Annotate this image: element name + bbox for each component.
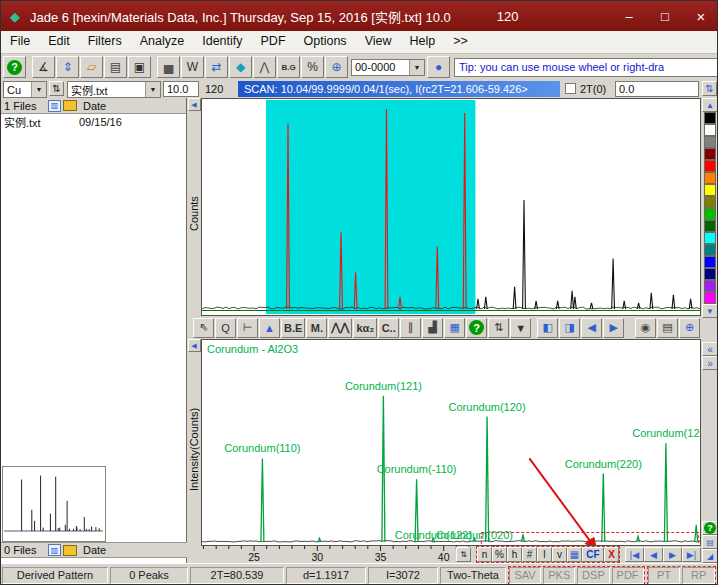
layout-icon[interactable]: ▤ xyxy=(702,535,718,549)
axis-spinner[interactable]: ⇅ xyxy=(456,547,471,562)
palette-color-2[interactable] xyxy=(704,124,716,136)
tile-windows-icon[interactable]: ◧ xyxy=(537,318,558,338)
list-view-icon[interactable]: ▥ xyxy=(48,544,61,556)
preview-icon[interactable]: ◉ xyxy=(635,318,656,338)
find-peaks-icon[interactable]: ⋀ xyxy=(253,56,276,78)
histogram-icon[interactable]: ▟ xyxy=(422,318,443,338)
overlay-chart[interactable]: Corundum(110)Corundum(121)Corundum(-110)… xyxy=(201,339,701,546)
last-record-button[interactable]: ▶| xyxy=(682,547,701,562)
folder-icon[interactable] xyxy=(63,545,77,556)
anode-spinner[interactable]: ⇅ xyxy=(49,81,64,96)
palette-color-10[interactable] xyxy=(704,220,716,232)
flag-sav[interactable]: SAV xyxy=(509,567,541,584)
background-edit-icon[interactable]: B.E xyxy=(281,318,305,338)
menu-options[interactable]: Options xyxy=(295,31,356,53)
date-column-header[interactable]: Date xyxy=(83,100,106,112)
palette-color-12[interactable] xyxy=(704,244,716,256)
palette-color-4[interactable] xyxy=(704,148,716,160)
flag-pt[interactable]: PT xyxy=(648,567,681,584)
display-toggle-hash[interactable]: # xyxy=(522,547,537,562)
smooth-icon[interactable]: M. xyxy=(306,318,327,338)
file-combo[interactable]: 实例.txt ▼ xyxy=(67,81,161,98)
menu-file[interactable]: File xyxy=(1,31,39,53)
flag-pdf[interactable]: PDF xyxy=(612,567,644,584)
menu-filters[interactable]: Filters xyxy=(79,31,131,53)
sort-updown-icon[interactable]: ⇕ xyxy=(56,56,79,78)
menu-view[interactable]: View xyxy=(356,31,401,53)
menu-more[interactable]: >> xyxy=(444,31,477,53)
pdf-card-icon[interactable]: ▦ xyxy=(567,547,582,562)
cascade-windows-icon[interactable]: ◨ xyxy=(559,318,580,338)
list-view-icon[interactable]: ▥ xyxy=(48,100,61,112)
chevron-down-icon[interactable]: ▼ xyxy=(145,82,160,97)
palette-color-13[interactable] xyxy=(704,256,716,268)
close-button[interactable]: × xyxy=(683,1,718,31)
palette-color-5[interactable] xyxy=(704,160,716,172)
menu-pdf[interactable]: PDF xyxy=(252,31,295,53)
range-icon[interactable]: ⊢ xyxy=(237,318,258,338)
sticks-icon[interactable]: ∥ xyxy=(400,318,421,338)
palette-color-14[interactable] xyxy=(704,268,716,280)
minimize-button[interactable]: – xyxy=(611,1,647,31)
overlay-mountains-icon[interactable]: ▲ xyxy=(259,318,280,338)
palette-color-9[interactable] xyxy=(704,208,716,220)
open-file-icon[interactable]: ▱ xyxy=(80,56,103,78)
start-angle-field[interactable]: 10.0 xyxy=(163,81,199,97)
date-column-header[interactable]: Date xyxy=(83,544,106,556)
background-icon[interactable]: B.G xyxy=(277,56,300,78)
scan-chart[interactable] xyxy=(201,98,701,316)
offset-spinner[interactable]: ⇅ xyxy=(702,81,717,96)
palette-scroll-down-icon[interactable]: ▼ xyxy=(702,304,718,318)
filter-w-icon[interactable]: W xyxy=(181,56,204,78)
ka2-strip-icon[interactable]: kα₂ xyxy=(353,318,377,338)
report-icon[interactable]: ▤ xyxy=(657,318,678,338)
pan-right-icon[interactable]: » xyxy=(702,356,718,370)
collapse-left-icon[interactable]: ◀ xyxy=(188,98,201,111)
chevron-down-icon[interactable]: ▼ xyxy=(409,60,424,75)
scan-setup-icon[interactable]: ∡ xyxy=(32,56,55,78)
close-overlay-button[interactable]: X xyxy=(604,547,619,562)
display-mode-dropdown[interactable]: ▼ xyxy=(510,318,531,338)
palette-color-1[interactable] xyxy=(704,112,716,124)
palette-color-3[interactable] xyxy=(704,136,716,148)
corner-resize-icon[interactable]: ◢ xyxy=(702,549,718,563)
help-small-icon[interactable]: ? xyxy=(702,521,718,535)
palette-color-8[interactable] xyxy=(704,196,716,208)
flag-pks[interactable]: PKS xyxy=(543,567,575,584)
menu-edit[interactable]: Edit xyxy=(39,31,79,53)
pattern-chart-icon[interactable]: ▅ xyxy=(157,56,180,78)
two-theta-zero-checkbox[interactable] xyxy=(565,83,576,94)
palette-color-6[interactable] xyxy=(704,172,716,184)
first-record-button[interactable]: |◀ xyxy=(625,547,644,562)
previous-record-button[interactable]: ◀ xyxy=(644,547,663,562)
profile-fit-icon[interactable]: ⋀⋀ xyxy=(328,318,352,338)
next-record-button[interactable]: ▶ xyxy=(663,547,682,562)
pointer-icon[interactable]: ⇖ xyxy=(193,318,214,338)
flag-dsp[interactable]: DSP xyxy=(577,567,609,584)
folder-icon[interactable] xyxy=(63,100,77,111)
display-toggle-v[interactable]: v xyxy=(552,547,567,562)
overlay-diamond-icon[interactable]: ◆ xyxy=(229,56,252,78)
globe-icon[interactable]: ⊕ xyxy=(325,56,348,78)
palette-color-7[interactable] xyxy=(704,184,716,196)
cf-button[interactable]: CF xyxy=(582,547,604,562)
collapse-left-icon[interactable]: ◀ xyxy=(188,339,201,352)
web-icon[interactable]: ⊕ xyxy=(679,318,700,338)
print-icon[interactable]: ▤ xyxy=(104,56,127,78)
sq-percent-icon[interactable]: % xyxy=(301,56,324,78)
anode-combo[interactable]: Cu ▼ xyxy=(3,81,47,98)
palette-color-11[interactable] xyxy=(704,232,716,244)
menu-identify[interactable]: Identify xyxy=(193,31,251,53)
compute-icon[interactable]: C.. xyxy=(378,318,399,338)
zoom-icon[interactable]: Q xyxy=(215,318,236,338)
grid-icon[interactable]: ▦ xyxy=(444,318,465,338)
two-theta-zero-field[interactable]: 0.0 xyxy=(615,81,699,97)
menu-help[interactable]: Help xyxy=(401,31,445,53)
pattern-thumbnail[interactable] xyxy=(2,466,106,542)
retrieve-pdf-icon[interactable]: ● xyxy=(427,56,450,78)
display-toggle-n[interactable]: n xyxy=(477,547,492,562)
exchange-icon[interactable]: ⇄ xyxy=(205,56,228,78)
display-toggle-h[interactable]: h xyxy=(507,547,522,562)
maximize-button[interactable]: □ xyxy=(647,1,683,31)
palette-scroll-up-icon[interactable]: ▲ xyxy=(702,98,718,112)
